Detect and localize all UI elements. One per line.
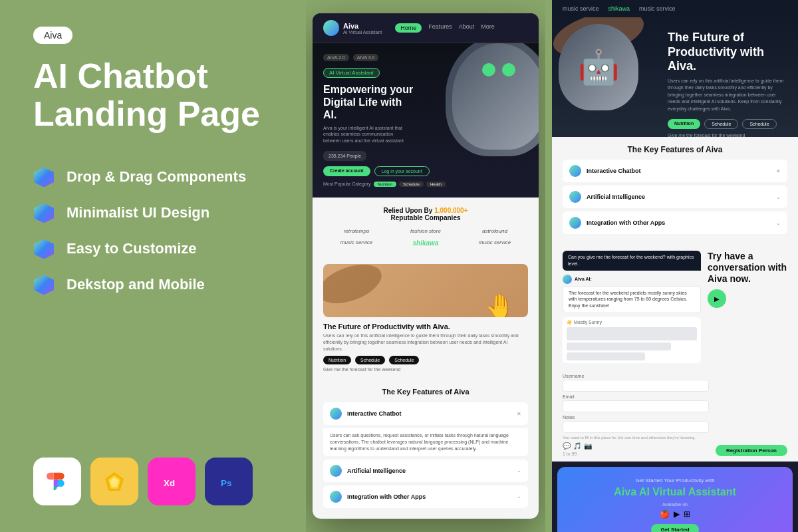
feature-ai[interactable]: Artificial Intelligence ⌄: [323, 460, 528, 482]
right-hero-desc: Users can rely on this artificial intell…: [668, 78, 787, 113]
right-btn-nutrition[interactable]: Nutrition: [668, 119, 700, 129]
right-cta-get-started-btn[interactable]: Get Started: [651, 524, 698, 532]
form-submit-btn[interactable]: Registration Person: [716, 445, 787, 456]
form-field-username[interactable]: [563, 380, 709, 392]
feature-interactive-chatbot[interactable]: Interactive Chatbot ✕: [323, 402, 528, 425]
category-nutrition[interactable]: Nutrition: [374, 182, 396, 187]
mockup-logo-area: Aiva AI Virtual Assistant: [323, 20, 382, 36]
right-hero-content: The Future of Productivity with Aiva. Us…: [668, 31, 787, 137]
form-icon3: 📷: [584, 442, 592, 450]
right-feature-integration[interactable]: Integration with Other Apps ⌄: [563, 211, 787, 234]
right-form-section: Username Email Notes You need to fill in…: [552, 368, 798, 462]
mockup-create-account-btn[interactable]: Create account: [323, 166, 370, 176]
productivity-btns: Nutrition Schedule Schedule: [323, 356, 528, 364]
right-feature-ai[interactable]: Artificial Intelligence ⌄: [563, 186, 787, 208]
nav-link-home[interactable]: Home: [395, 23, 422, 33]
right-weather-widget: ☀️ Mostly Sunny: [563, 317, 701, 363]
mockup-productivity-section: 🤚 The Future of Productivity with Aiva. …: [313, 257, 539, 378]
right-chat-section: Can you give me the forecast for the wee…: [552, 245, 798, 368]
right-conversation-title: Try have a conversation with Aiva now.: [708, 251, 787, 284]
right-cta-brand: Aiva: [614, 486, 639, 497]
right-cta-available: Available on: [568, 502, 782, 507]
prod-btn-schedule2[interactable]: Schedule: [389, 356, 419, 364]
category-schedule[interactable]: Schedule: [399, 182, 424, 187]
feature-item-drop-drag: Drop & Drag Components: [33, 166, 273, 188]
right-preview-panel: music service shikawa music service 🤖 Th…: [552, 0, 798, 532]
chatbot-feature-icon: [330, 408, 342, 420]
company-music1: music service: [323, 238, 390, 248]
xd-icon-box: Xd: [148, 458, 196, 505]
right-hero-btns: Nutrition Schedule Schedule: [668, 119, 787, 129]
right-play-btn[interactable]: ▶: [708, 289, 726, 308]
right-weather-bar2: [567, 342, 671, 350]
play-icon: ▶: [714, 295, 720, 303]
right-user-bubble: Can you give me the forecast for the wee…: [563, 251, 701, 271]
feature-integration[interactable]: Integration with Other Apps ⌄: [323, 485, 528, 508]
prod-btn-nutrition[interactable]: Nutrition: [323, 356, 351, 364]
right-integration-icon: [569, 217, 581, 229]
tool-icons-row: Xd Ps: [33, 458, 273, 505]
nav-link-features[interactable]: Features: [428, 23, 452, 33]
productivity-desc: Users can rely on this artificial intell…: [323, 332, 528, 352]
apple-icon: 🍎: [660, 509, 670, 519]
form-field-notes[interactable]: [563, 421, 709, 433]
ps-icon-box: Ps: [205, 458, 253, 505]
mockup-hero: AIVA 2.0 AIVA 3.0 AI Virtual Assistant E…: [313, 43, 539, 198]
right-btn-schedule[interactable]: Schedule: [704, 119, 738, 129]
mockup-companies-title: Relied Upon By 1.000.000+Reputable Compa…: [323, 207, 528, 221]
right-feature-chatbot[interactable]: Interactive Chatbot ✕: [563, 160, 787, 182]
right-ai-avatar: [563, 275, 572, 284]
right-btn-schedule2[interactable]: Schedule: [742, 119, 776, 129]
form-row-notes: Notes: [563, 415, 709, 433]
voice-text: Give me the forecast for the weekend: [323, 367, 528, 372]
company-logos-grid: retrotempo fashion store astrofound musi…: [323, 227, 528, 248]
ai-feature-title: Artificial Intelligence: [347, 467, 511, 474]
right-top-nav: music service shikawa music service: [563, 5, 676, 12]
right-nav-shikawa: shikawa: [608, 5, 630, 12]
form-icons-row: 💬 🎵 📷: [563, 442, 709, 450]
integration-feature-icon: [330, 491, 342, 503]
left-panel: Aiva AI Chatbot Landing Page Drop & Drag…: [0, 0, 306, 532]
form-icon1: 💬: [563, 442, 571, 450]
right-features-title: The Key Features of Aiva: [563, 145, 787, 154]
right-weather-bar3: [567, 352, 645, 360]
form-submit-area: Registration Person: [716, 374, 787, 456]
mockup-logo-name: Aiva: [343, 22, 382, 30]
mockup-companies-section: Relied Upon By 1.000.000+Reputable Compa…: [313, 198, 539, 257]
paint-stroke: [323, 264, 387, 311]
form-field-email[interactable]: [563, 400, 709, 412]
form-row-email: Email: [563, 394, 709, 412]
company-fashion: fashion store: [392, 227, 459, 235]
form-label-notes: Notes: [563, 415, 709, 420]
minimalist-icon: [33, 202, 55, 223]
right-weather-label: ☀️ Mostly Sunny: [567, 320, 697, 325]
form-helper-text: You need to fill in this place for (in) …: [563, 436, 709, 440]
chatbot-feature-title: Interactive Chatbot: [347, 410, 511, 417]
company-astrofound: astrofound: [462, 227, 528, 235]
mockup-login-btn[interactable]: Log in your account: [374, 166, 430, 176]
right-form-inner: Username Email Notes You need to fill in…: [563, 374, 787, 456]
right-cta-title: Aiva AI Virtual Assistant: [568, 486, 782, 498]
chatbot-description: Users can ask questions, request assista…: [323, 428, 528, 456]
right-cta-subtitle: Get Started Your Productivity with: [568, 477, 782, 483]
feature-text-desktop-mobile: Dekstop and Mobile: [66, 276, 205, 293]
company-retrotempo: retrotempo: [323, 227, 390, 235]
nav-link-more[interactable]: More: [481, 23, 495, 33]
feature-text-drop-drag: Drop & Drag Components: [66, 168, 246, 186]
svg-text:Ps: Ps: [221, 478, 231, 488]
mockup-stat-people: 235,234 People: [323, 151, 366, 161]
right-hero-section: 🤖 The Future of Productivity with Aiva. …: [552, 17, 798, 137]
mockup-container: Aiva AI Virtual Assistant Home Features …: [313, 13, 539, 519]
nav-link-about[interactable]: About: [459, 23, 475, 33]
right-integration-expand: ⌄: [776, 220, 781, 226]
company-shikawa: shikawa: [392, 238, 459, 248]
company-count: 1.000.000+: [434, 207, 467, 214]
mockup-nav-links: Home Features About More: [395, 23, 495, 33]
right-ai-bubble: The forecast for the weekend predicts mo…: [563, 286, 701, 313]
desktop-mobile-icon: [33, 274, 55, 295]
hand-emoji: 🤚: [485, 293, 515, 317]
ai-feature-icon: [330, 465, 342, 477]
right-cta-brand-green: AI Virtual Assistant: [639, 486, 736, 497]
prod-btn-schedule[interactable]: Schedule: [355, 356, 385, 364]
category-health[interactable]: Health: [426, 182, 446, 187]
